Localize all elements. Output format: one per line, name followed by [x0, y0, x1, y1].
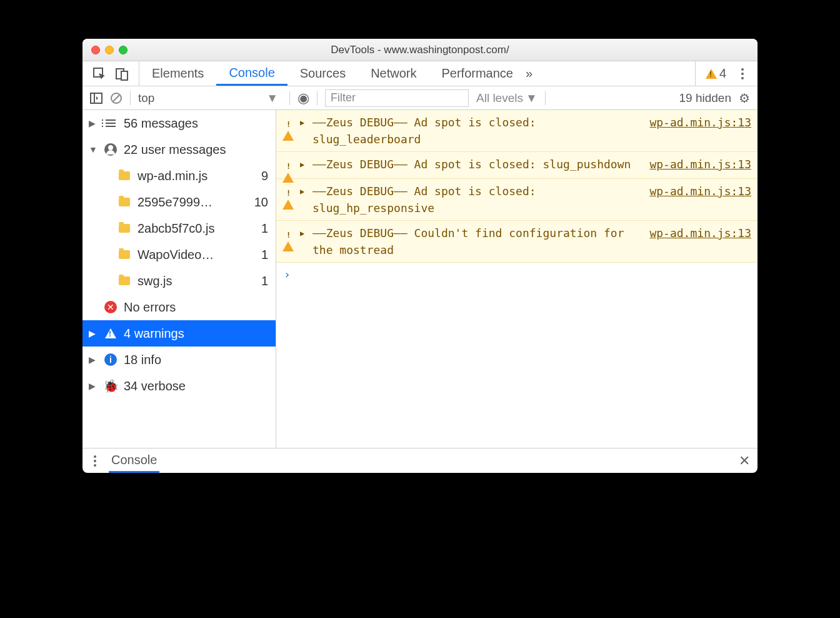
titlebar[interactable]: DevTools - www.washingtonpost.com/ — [82, 39, 758, 61]
more-menu-icon[interactable] — [738, 68, 748, 79]
console-warning-message[interactable]: ▶ ––Zeus DEBUG–– Ad spot is closed: slug… — [276, 152, 758, 179]
drawer-menu-icon[interactable] — [90, 455, 100, 467]
sidebar-file-item[interactable]: 2abcb5f7c0.js1 — [82, 215, 276, 241]
sidebar-item-info[interactable]: ▶ i 18 info — [82, 347, 276, 373]
sidebar-file-item[interactable]: swg.js1 — [82, 268, 276, 294]
console-warning-message[interactable]: ▶ ––Zeus DEBUG–– Ad spot is closed: slug… — [276, 179, 758, 221]
console-sidebar: ▶ 56 messages ▼ 22 user messages wp-ad.m… — [82, 110, 276, 448]
svg-rect-2 — [121, 71, 128, 80]
drawer-tab-console[interactable]: Console — [109, 449, 159, 473]
log-levels-selector[interactable]: All levels ▼ — [476, 91, 538, 105]
context-selector[interactable]: top ▼ — [138, 91, 282, 105]
expand-icon: ▶ — [89, 381, 98, 391]
context-value: top — [138, 91, 154, 105]
message-text: ––Zeus DEBUG–– Couldn't find configurati… — [312, 225, 644, 258]
info-icon: i — [104, 353, 117, 366]
close-drawer-icon[interactable]: ✕ — [739, 453, 750, 469]
expand-icon[interactable]: ▶ — [300, 114, 308, 148]
more-tabs-icon[interactable]: » — [526, 66, 532, 81]
live-expression-icon[interactable]: ◉ — [298, 90, 309, 106]
dropdown-icon: ▼ — [266, 91, 278, 105]
warning-icon — [282, 118, 294, 141]
collapse-icon: ▼ — [89, 144, 98, 154]
zoom-window-icon[interactable] — [119, 46, 128, 54]
devtools-window: DevTools - www.washingtonpost.com/ Eleme… — [82, 39, 758, 473]
console-warning-message[interactable]: ▶ ––Zeus DEBUG–– Couldn't find configura… — [276, 221, 758, 263]
console-warning-message[interactable]: ▶ ––Zeus DEBUG–– Ad spot is closed: slug… — [276, 110, 758, 152]
tab-performance[interactable]: Performance — [429, 61, 526, 86]
inspect-element-icon[interactable] — [92, 67, 106, 81]
expand-icon[interactable]: ▶ — [300, 225, 308, 258]
expand-icon[interactable]: ▶ — [300, 156, 308, 175]
expand-icon[interactable]: ▶ — [300, 183, 308, 216]
close-window-icon[interactable] — [91, 46, 100, 54]
tab-elements[interactable]: Elements — [139, 61, 216, 86]
expand-icon: ▶ — [89, 328, 98, 338]
folder-icon — [119, 276, 130, 285]
expand-icon: ▶ — [89, 355, 98, 365]
sidebar-item-messages[interactable]: ▶ 56 messages — [82, 110, 276, 136]
toggle-sidebar-icon[interactable] — [90, 92, 102, 104]
expand-icon: ▶ — [89, 118, 98, 128]
sidebar-item-errors[interactable]: ✕ No errors — [82, 294, 276, 320]
folder-icon — [119, 250, 130, 259]
warning-icon — [282, 160, 294, 183]
minimize-window-icon[interactable] — [105, 46, 114, 54]
tab-console[interactable]: Console — [216, 61, 287, 86]
warnings-count: 4 — [719, 66, 726, 81]
message-source-link[interactable]: wp-ad.min.js:13 — [649, 156, 751, 175]
user-icon — [104, 143, 117, 156]
warning-icon — [282, 186, 294, 210]
console-prompt[interactable]: › — [276, 263, 758, 286]
settings-icon[interactable]: ⚙ — [739, 91, 750, 106]
drawer: Console ✕ — [82, 448, 758, 473]
dropdown-icon: ▼ — [526, 91, 538, 105]
warning-icon — [282, 228, 294, 251]
sidebar-item-warnings[interactable]: ▶ 4 warnings — [82, 320, 276, 347]
hidden-count[interactable]: 19 hidden — [679, 91, 731, 105]
filter-placeholder: Filter — [331, 91, 356, 104]
message-source-link[interactable]: wp-ad.min.js:13 — [649, 183, 751, 216]
panel-tabs: Elements Console Sources Network Perform… — [82, 61, 758, 86]
tab-network[interactable]: Network — [358, 61, 429, 86]
message-text: ––Zeus DEBUG–– Ad spot is closed: slug_h… — [312, 183, 644, 216]
warnings-badge[interactable]: 4 — [706, 66, 726, 81]
svg-line-6 — [113, 95, 119, 101]
sidebar-item-user-messages[interactable]: ▼ 22 user messages — [82, 136, 276, 163]
sidebar-item-verbose[interactable]: ▶ 🐞 34 verbose — [82, 373, 276, 399]
console-output: ▶ ––Zeus DEBUG–– Ad spot is closed: slug… — [276, 110, 758, 448]
sidebar-file-item[interactable]: wp-ad.min.js9 — [82, 163, 276, 189]
message-source-link[interactable]: wp-ad.min.js:13 — [649, 114, 751, 148]
clear-console-icon[interactable] — [110, 92, 122, 104]
message-source-link[interactable]: wp-ad.min.js:13 — [649, 225, 751, 258]
console-body: ▶ 56 messages ▼ 22 user messages wp-ad.m… — [82, 110, 758, 448]
traffic-lights — [91, 46, 128, 54]
folder-icon — [119, 224, 130, 233]
sidebar-file-item[interactable]: 2595e7999…10 — [82, 189, 276, 215]
console-toolbar: top ▼ ◉ Filter All levels ▼ 19 hidden ⚙ — [82, 86, 758, 110]
warning-icon — [105, 328, 116, 338]
filter-input[interactable]: Filter — [325, 89, 469, 107]
message-text: ––Zeus DEBUG–– Ad spot is closed: slug_p… — [312, 156, 644, 175]
warning-icon — [706, 69, 717, 79]
window-title: DevTools - www.washingtonpost.com/ — [82, 44, 758, 56]
error-icon: ✕ — [104, 301, 117, 313]
list-icon — [106, 119, 116, 127]
bug-icon: 🐞 — [103, 378, 119, 393]
folder-icon — [119, 198, 130, 206]
message-text: ––Zeus DEBUG–– Ad spot is closed: slug_l… — [312, 114, 644, 148]
folder-icon — [119, 171, 130, 180]
sidebar-file-item[interactable]: WapoVideo…1 — [82, 241, 276, 268]
device-toolbar-icon[interactable] — [115, 67, 129, 81]
tab-sources[interactable]: Sources — [288, 61, 358, 86]
